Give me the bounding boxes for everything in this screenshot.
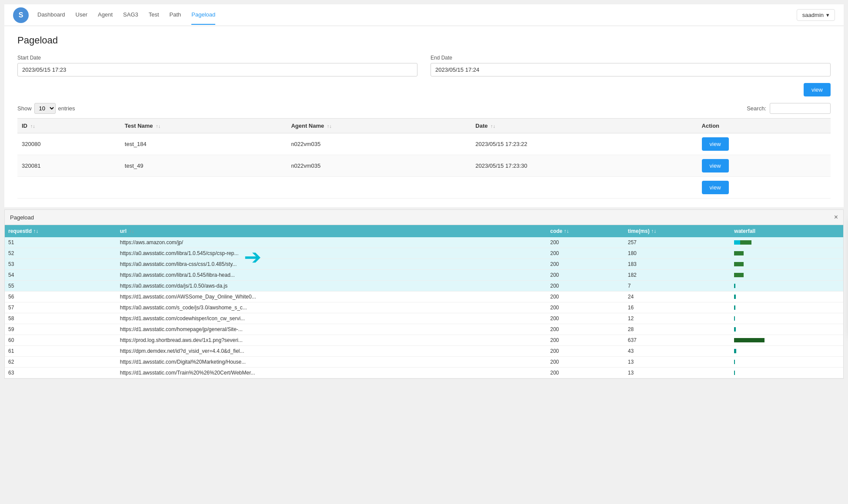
inner-cell-time: 257 <box>624 237 731 248</box>
main-content: Pageload Start Date End Date view Show 1… <box>4 26 844 207</box>
start-date-label: Start Date <box>17 55 417 61</box>
table-row: 320081 test_49 n022vm035 2023/05/15 17:2… <box>17 155 831 177</box>
view-button[interactable]: view <box>804 83 831 96</box>
inner-cell-waterfall <box>731 270 843 281</box>
inner-table-wrap: requestId ↑↓ url ↑↓ code ↑↓ time(ms) ↑↓ … <box>5 225 843 378</box>
inner-table-row: 63 https://d1.awsstatic.com/Train%20%26%… <box>5 368 843 378</box>
inner-col-requestid[interactable]: requestId ↑↓ <box>5 225 117 237</box>
sort-testname-icon: ↑↓ <box>156 123 160 129</box>
inner-cell-id: 62 <box>5 357 117 368</box>
inner-cell-id: 57 <box>5 302 117 313</box>
cell-agent-name: n022vm035 <box>287 133 471 155</box>
inner-cell-url: https://a0.awsstatic.com/s_code/js/3.0/a… <box>117 302 547 313</box>
end-date-input[interactable] <box>431 63 831 76</box>
nav-dashboard[interactable]: Dashboard <box>37 5 65 25</box>
row-view-button[interactable]: view <box>702 137 729 151</box>
inner-cell-waterfall <box>731 302 843 313</box>
inner-cell-url: https://d1.awsstatic.com/homepage/jp/gen… <box>117 324 547 335</box>
inner-cell-url: https://d1.awsstatic.com/Digital%20Marke… <box>117 357 547 368</box>
nav-links: Dashboard User Agent SAG3 Test Path Page… <box>37 5 797 25</box>
inner-cell-id: 60 <box>5 335 117 346</box>
col-agent-name[interactable]: Agent Name ↑↓ <box>287 119 471 133</box>
inner-cell-code: 200 <box>547 248 624 259</box>
nav-pageload[interactable]: Pageload <box>191 5 215 25</box>
cell-action: view <box>698 155 831 177</box>
nav-agent[interactable]: Agent <box>98 5 113 25</box>
cell-test-name <box>120 177 287 199</box>
row-view-button[interactable]: view <box>702 181 729 194</box>
table-row: view <box>17 177 831 199</box>
cell-date: 2023/05/15 17:23:30 <box>471 155 697 177</box>
inner-cell-code: 200 <box>547 237 624 248</box>
inner-cell-code: 200 <box>547 368 624 378</box>
bottom-panel: Pageload × requestId ↑↓ url ↑↓ code ↑↓ t… <box>4 209 844 379</box>
inner-table-row: 59 https://d1.awsstatic.com/homepage/jp/… <box>5 324 843 335</box>
close-button[interactable]: × <box>834 213 838 221</box>
search-box: Search: <box>747 103 831 114</box>
inner-cell-time: 43 <box>624 346 731 357</box>
nav-user[interactable]: User <box>76 5 87 25</box>
nav-sag3[interactable]: SAG3 <box>123 5 138 25</box>
inner-cell-time: 28 <box>624 324 731 335</box>
search-label: Search: <box>747 105 766 112</box>
date-filter-row: Start Date End Date <box>17 55 831 76</box>
inner-cell-code: 200 <box>547 335 624 346</box>
inner-table-row: 56 https://d1.awsstatic.com/AWSSome_Day_… <box>5 292 843 302</box>
cell-action: view <box>698 177 831 199</box>
inner-cell-url: https://prod.log.shortbread.aws.dev/1x1.… <box>117 335 547 346</box>
col-date[interactable]: Date ↑↓ <box>471 119 697 133</box>
start-date-input[interactable] <box>17 63 417 76</box>
inner-cell-url: https://d1.awsstatic.com/AWSSome_Day_Onl… <box>117 292 547 302</box>
inner-cell-code: 200 <box>547 324 624 335</box>
inner-cell-code: 200 <box>547 302 624 313</box>
nav-test[interactable]: Test <box>149 5 159 25</box>
view-button-row: view <box>17 83 831 96</box>
cell-id: 320080 <box>17 133 120 155</box>
sort-date-icon: ↑↓ <box>491 123 495 129</box>
table-controls: Show 10 25 50 entries Search: <box>17 103 831 114</box>
col-id[interactable]: ID ↑↓ <box>17 119 120 133</box>
inner-cell-id: 55 <box>5 281 117 292</box>
inner-cell-waterfall <box>731 259 843 270</box>
inner-cell-url: https://a0.awsstatic.com/libra/1.0.545/l… <box>117 270 547 281</box>
inner-cell-waterfall <box>731 281 843 292</box>
chevron-down-icon: ▾ <box>826 12 829 18</box>
inner-cell-time: 182 <box>624 270 731 281</box>
show-entries-control: Show 10 25 50 entries <box>17 103 75 114</box>
inner-cell-waterfall <box>731 335 843 346</box>
inner-table-row: 54 https://a0.awsstatic.com/libra/1.0.54… <box>5 270 843 281</box>
inner-table-row: 53 https://a0.awsstatic.com/libra-css/cs… <box>5 259 843 270</box>
bottom-panel-header: Pageload × <box>5 210 843 225</box>
nav-path[interactable]: Path <box>170 5 181 25</box>
col-test-name[interactable]: Test Name ↑↓ <box>120 119 287 133</box>
user-menu-button[interactable]: saadmin ▾ <box>797 9 835 21</box>
inner-col-url[interactable]: url ↑↓ <box>117 225 547 237</box>
entries-select[interactable]: 10 25 50 <box>34 103 56 114</box>
inner-cell-url: https://dpm.demdex.net/id?d_visid_ver=4.… <box>117 346 547 357</box>
inner-col-time[interactable]: time(ms) ↑↓ <box>624 225 731 237</box>
inner-col-code[interactable]: code ↑↓ <box>547 225 624 237</box>
inner-cell-time: 13 <box>624 357 731 368</box>
inner-table-row: 60 https://prod.log.shortbread.aws.dev/1… <box>5 335 843 346</box>
inner-cell-url: https://aws.amazon.com/jp/ <box>117 237 547 248</box>
inner-cell-url: https://a0.awsstatic.com/da/js/1.0.50/aw… <box>117 281 547 292</box>
inner-cell-id: 51 <box>5 237 117 248</box>
inner-col-waterfall: waterfall <box>731 225 843 237</box>
zoom-arrow-icon: ➔ <box>244 245 261 269</box>
inner-cell-waterfall <box>731 248 843 259</box>
inner-cell-id: 56 <box>5 292 117 302</box>
search-input[interactable] <box>770 103 831 114</box>
inner-table-row: 58 https://d1.awsstatic.com/codewhisper/… <box>5 313 843 324</box>
inner-cell-waterfall <box>731 346 843 357</box>
inner-cell-url: https://d1.awsstatic.com/Train%20%26%20C… <box>117 368 547 378</box>
bottom-panel-title: Pageload <box>10 214 34 221</box>
inner-cell-time: 183 <box>624 259 731 270</box>
row-view-button[interactable]: view <box>702 159 729 172</box>
inner-table-row: 51 https://aws.amazon.com/jp/ 200 257 <box>5 237 843 248</box>
inner-cell-code: 200 <box>547 346 624 357</box>
inner-cell-time: 637 <box>624 335 731 346</box>
inner-cell-time: 16 <box>624 302 731 313</box>
inner-cell-waterfall <box>731 237 843 248</box>
inner-cell-id: 59 <box>5 324 117 335</box>
sort-agentname-icon: ↑↓ <box>327 123 332 129</box>
